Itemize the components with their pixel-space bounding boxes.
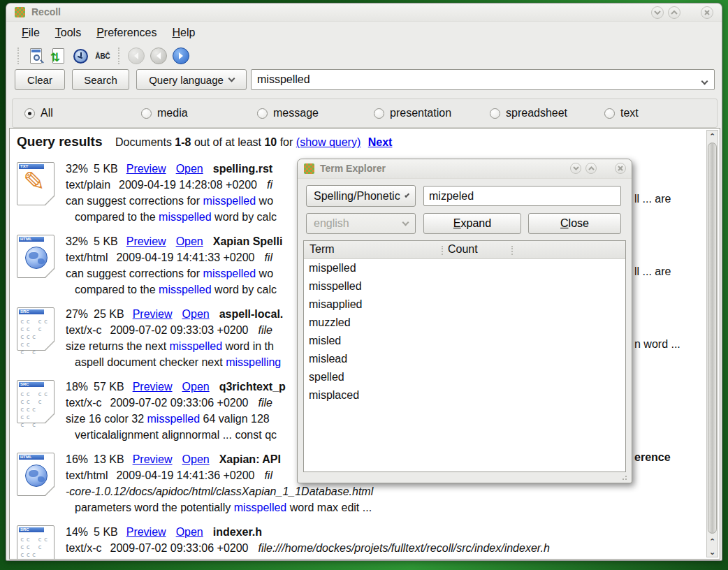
term-input[interactable]	[429, 188, 614, 204]
term-row[interactable]: spelled	[304, 368, 625, 386]
close-icon	[704, 10, 710, 15]
menu-tools[interactable]: Tools	[48, 24, 89, 41]
search-row: Clear Search Query language	[6, 68, 722, 92]
result-text-fragment: ll ... are	[634, 193, 671, 205]
preview-link[interactable]: Preview	[126, 235, 166, 247]
result-item: SRCcc cccc cccc ccc c 14%5 KBPreviewOpen…	[14, 522, 704, 560]
html-document-icon: HTML	[17, 235, 54, 278]
radio-text-label: text	[620, 107, 639, 119]
show-query-link[interactable]: (show query)	[296, 136, 361, 148]
menu-help[interactable]: Help	[165, 24, 203, 41]
radio-all[interactable]	[24, 108, 35, 119]
term-table-header[interactable]: Term Count	[304, 241, 625, 259]
close-button[interactable]	[615, 163, 626, 174]
chevron-down-icon[interactable]	[701, 78, 708, 85]
radio-media[interactable]	[141, 108, 152, 119]
match-term: misspelling	[226, 356, 281, 368]
preview-link[interactable]: Preview	[133, 308, 173, 320]
dialog-title: Term Explorer	[320, 163, 386, 174]
toolbar: ⇅ ÅBĈ	[6, 43, 722, 68]
radio-spreadsheet-label: spreadsheet	[506, 107, 567, 119]
term-explorer-button[interactable]: ÅBĈ	[92, 45, 114, 66]
open-link[interactable]: Open	[182, 453, 210, 465]
term-row[interactable]: misspelled	[304, 277, 625, 295]
term-input-box[interactable]	[423, 186, 621, 206]
update-index-button[interactable]: ⇅	[47, 45, 69, 66]
history-button[interactable]	[69, 45, 92, 66]
match-term: misspelled	[234, 502, 287, 513]
term-row[interactable]: misapplied	[304, 295, 625, 314]
scroll-down-icon[interactable]: ⌄	[707, 547, 718, 557]
menu-file[interactable]: File	[15, 24, 48, 41]
column-header-term[interactable]: Term	[310, 243, 335, 256]
radio-spreadsheet[interactable]	[490, 108, 500, 119]
toolbar-separator	[118, 48, 121, 64]
match-term: misspelled	[159, 284, 212, 295]
term-row[interactable]: mislead	[304, 350, 625, 368]
result-title: aspell-local.	[219, 308, 284, 320]
close-dialog-button[interactable]: Close	[528, 213, 621, 234]
preview-link[interactable]: Preview	[126, 163, 166, 175]
scroll-up-icon[interactable]: ⌃	[707, 131, 718, 141]
result-title: Xapian: API	[219, 453, 281, 465]
column-separator[interactable]	[511, 246, 513, 255]
preview-document-button[interactable]	[24, 45, 47, 66]
menu-preferences[interactable]: Preferences	[89, 24, 165, 41]
term-row[interactable]: muzzled	[304, 314, 625, 332]
shade-button[interactable]	[651, 6, 664, 19]
term-row[interactable]: misled	[304, 332, 625, 350]
close-button[interactable]	[701, 6, 713, 19]
open-link[interactable]: Open	[176, 235, 203, 247]
preview-link[interactable]: Preview	[126, 526, 166, 538]
radio-presentation[interactable]	[374, 108, 384, 119]
query-language-dropdown[interactable]: Query language	[136, 69, 247, 90]
nav-previous-button	[147, 45, 170, 66]
scroll-up-icon[interactable]: ⌃	[707, 536, 718, 546]
open-link[interactable]: Open	[176, 163, 203, 175]
term-row[interactable]: mispelled	[304, 259, 625, 277]
dialog-titlebar[interactable]: Term Explorer	[298, 159, 632, 179]
expand-button[interactable]: Expand	[423, 213, 521, 234]
titlebar[interactable]: Recoll	[6, 3, 722, 22]
search-input[interactable]	[257, 71, 690, 88]
results-scrollbar[interactable]: ⌃ ⌃ ⌄	[706, 130, 718, 557]
expansion-mode-select[interactable]: Spelling/Phonetic	[306, 185, 416, 207]
open-link[interactable]: Open	[182, 308, 210, 320]
result-url: file	[259, 324, 272, 336]
shade-button[interactable]	[570, 163, 581, 174]
radio-text[interactable]	[604, 108, 615, 119]
preview-link[interactable]: Preview	[133, 381, 173, 393]
nav-next-button[interactable]	[170, 45, 192, 66]
open-link[interactable]: Open	[176, 526, 203, 538]
next-page-link[interactable]: Next	[368, 136, 393, 148]
clear-button[interactable]: Clear	[15, 69, 65, 90]
radio-message[interactable]	[257, 108, 268, 119]
match-term: misspelled	[170, 340, 223, 352]
src-document-icon: SRCcc cccc cccc ccc c	[17, 307, 54, 351]
maximize-button[interactable]	[585, 163, 597, 174]
preview-link[interactable]: Preview	[133, 453, 173, 465]
radio-media-label: media	[157, 107, 188, 119]
chevron-down-icon	[402, 219, 409, 226]
chevron-down-icon	[573, 166, 579, 170]
language-select: english	[306, 213, 416, 234]
results-title: Query results	[17, 134, 103, 149]
result-title: spelling.rst	[213, 163, 272, 175]
result-url: fil	[264, 251, 272, 263]
column-separator[interactable]	[442, 246, 443, 255]
maximize-button[interactable]	[668, 6, 680, 19]
html-document-icon: HTML	[17, 453, 54, 496]
toolbar-handle[interactable]	[17, 48, 20, 64]
resize-grip[interactable]	[622, 474, 629, 481]
history-clock-icon	[73, 49, 88, 64]
term-row[interactable]: misplaced	[304, 386, 625, 404]
chevron-down-icon	[405, 192, 409, 197]
results-range: 1-8	[175, 136, 191, 148]
open-link[interactable]: Open	[182, 381, 210, 393]
column-header-count[interactable]: Count	[448, 243, 478, 256]
nav-previous-icon	[150, 48, 167, 64]
scrollbar-thumb[interactable]	[708, 142, 717, 534]
result-url: fi	[267, 179, 272, 191]
search-combobox[interactable]	[251, 69, 715, 90]
search-button[interactable]: Search	[72, 69, 129, 90]
